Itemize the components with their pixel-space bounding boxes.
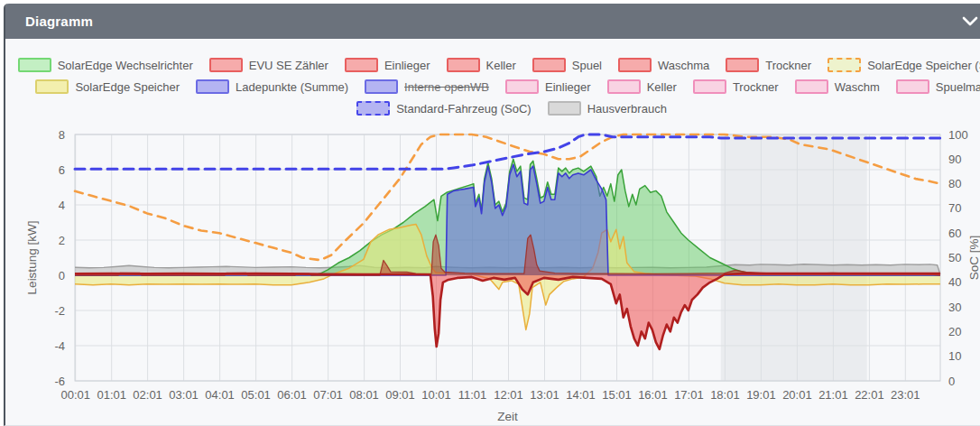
page-title: Diagramm bbox=[25, 14, 93, 29]
ytick-right: 60 bbox=[948, 227, 961, 240]
ytick-right: 80 bbox=[948, 177, 961, 190]
xtick: 09:01 bbox=[385, 388, 415, 402]
xtick: 05:01 bbox=[241, 388, 271, 402]
card-header[interactable]: Diagramm bbox=[5, 4, 980, 39]
ytick-right: 70 bbox=[948, 201, 961, 215]
xtick: 08:01 bbox=[349, 388, 379, 402]
ytick-left: 8 bbox=[59, 128, 65, 142]
xtick: 21:01 bbox=[818, 388, 848, 402]
diagram-card: Diagramm SolarEdge WechselrichterEVU SE … bbox=[4, 4, 980, 426]
ytick-left: -4 bbox=[54, 339, 65, 353]
ytick-right: 0 bbox=[948, 375, 955, 388]
xtick: 17:01 bbox=[674, 388, 704, 402]
xtick: 11:01 bbox=[458, 388, 487, 402]
ytick-right: 10 bbox=[948, 349, 961, 363]
xtick: 04:01 bbox=[205, 388, 235, 402]
xtick: 02:01 bbox=[133, 388, 162, 402]
ytick-left: 2 bbox=[59, 234, 65, 247]
xtick: 23:01 bbox=[891, 388, 920, 402]
ytick-right: 50 bbox=[948, 251, 961, 264]
power-soc-chart[interactable]: 86420-2-4-6100908070605040302010000:0101… bbox=[0, 39, 980, 426]
ytick-left: 6 bbox=[59, 163, 65, 177]
xtick: 18:01 bbox=[710, 388, 740, 402]
ytick-right: 100 bbox=[948, 128, 968, 142]
xtick: 01:01 bbox=[97, 388, 126, 402]
xlabel: Zeit bbox=[497, 410, 518, 423]
xtick: 15:01 bbox=[602, 388, 632, 402]
xtick: 22:01 bbox=[855, 388, 884, 402]
ytick-right: 20 bbox=[948, 325, 961, 338]
xtick: 00:01 bbox=[60, 388, 90, 402]
ytick-right: 90 bbox=[948, 153, 961, 166]
chevron-down-icon[interactable] bbox=[962, 15, 978, 28]
xtick: 10:01 bbox=[421, 388, 451, 402]
xtick: 16:01 bbox=[638, 388, 668, 402]
xtick: 12:01 bbox=[494, 388, 523, 402]
xtick: 19:01 bbox=[746, 388, 776, 402]
ytick-left: -6 bbox=[54, 375, 65, 388]
ytick-left: 4 bbox=[59, 199, 65, 212]
ylabel-right: SoC [%] bbox=[967, 236, 980, 281]
highlight-band bbox=[721, 134, 867, 381]
xtick: 14:01 bbox=[566, 388, 596, 402]
xtick: 07:01 bbox=[313, 388, 343, 402]
xtick: 06:01 bbox=[277, 388, 307, 402]
ylabel-left: Leistung [kW] bbox=[25, 221, 39, 295]
ytick-right: 30 bbox=[948, 301, 961, 314]
xtick: 20:01 bbox=[782, 388, 812, 402]
ytick-left: 0 bbox=[59, 269, 65, 282]
xtick: 03:01 bbox=[169, 388, 199, 402]
ytick-right: 40 bbox=[948, 275, 961, 289]
ytick-left: -2 bbox=[54, 304, 65, 318]
page: Diagramm SolarEdge WechselrichterEVU SE … bbox=[0, 0, 980, 426]
xtick: 13:01 bbox=[530, 388, 559, 402]
